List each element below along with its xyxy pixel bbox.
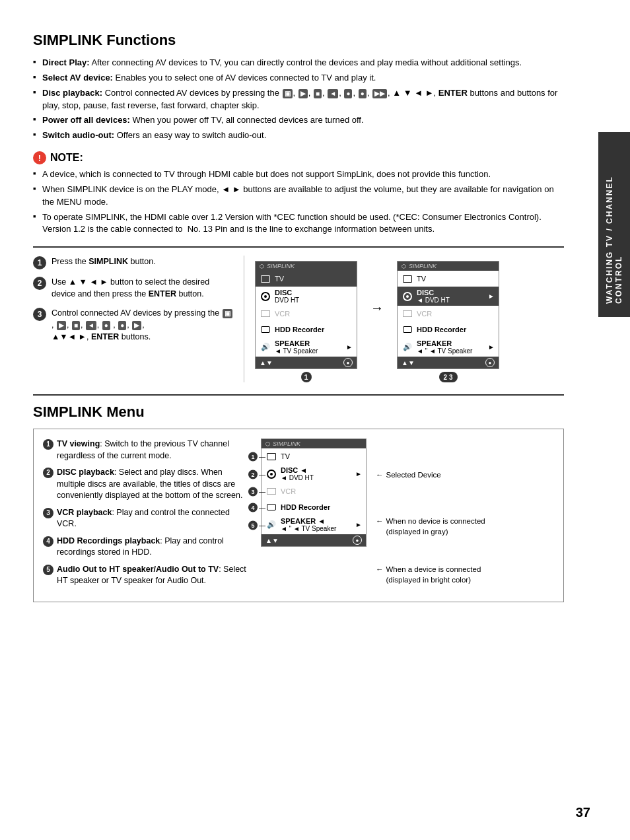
step-2: 2 Use ▲ ▼ ◄ ► button to select the desir…	[33, 276, 233, 300]
steps-section: 1 Press the SIMPLINK button. 2 Use ▲ ▼ ◄…	[33, 246, 564, 382]
btn-icon: ◄	[328, 89, 338, 99]
side-tab-text: WATCHING TV / CHANNEL CONTROL	[605, 145, 623, 304]
steps-right: ⬡ SIMPLINK TV DISCDVD HT VCR	[244, 256, 564, 382]
menu-item-text-3: VCR playback: Play and control the conne…	[57, 507, 248, 530]
menu-item-4: 4 HDD Recordings playback: Play and cont…	[43, 536, 248, 559]
simplink-menu-title: SIMPLINK Menu	[33, 403, 564, 421]
row-arrow: ►	[488, 343, 495, 351]
note-item-2: When SIMPLINK device is on the PLAY mode…	[33, 184, 564, 209]
widget2-row-tv: TV	[398, 271, 499, 287]
note-list: A device, which is connected to TV throu…	[33, 168, 564, 236]
menu-widget-row-hdd: HDD Recorder	[262, 499, 366, 515]
step-3: 3 Control connected AV devices by pressi…	[33, 307, 233, 343]
bullet-label: Select AV device: Enables you to select …	[42, 73, 376, 83]
tv-icon	[265, 450, 277, 462]
widget1-footer: ▲▼ ●	[256, 357, 357, 368]
menu-item-text-1: TV viewing: Switch to the previous TV ch…	[57, 438, 248, 462]
step-num-1: 1	[33, 256, 46, 269]
row-arrow: ►	[488, 293, 495, 300]
simplink-functions-list: Direct Play: After connecting AV devices…	[33, 57, 564, 142]
hdd-icon	[260, 324, 271, 335]
btn-inline: ▶	[132, 321, 141, 331]
speaker-icon: 🔊	[265, 519, 277, 531]
row-label-hdd: HDD Recorder	[417, 326, 495, 333]
row-label-vcr: VCR	[417, 310, 495, 318]
widget1-row-disc: DISCDVD HT	[256, 287, 357, 306]
bullet-direct-play: Direct Play: After connecting AV devices…	[33, 57, 564, 69]
disc-icon	[402, 291, 413, 302]
bullet-label: Disc playback: Control connected AV devi…	[42, 88, 557, 110]
menu-item-3: 3 VCR playback: Play and control the con…	[43, 507, 248, 530]
widget2-row-hdd: HDD Recorder	[398, 322, 499, 337]
simplink-functions-title: SIMPLINK Functions	[33, 32, 564, 49]
row-label-speaker: SPEAKER ◄◄ " ◄ TV Speaker	[281, 517, 352, 532]
menu-num-3: 3	[43, 508, 53, 518]
simplink-widget-2: ⬡ SIMPLINK TV DISC◄ DVD HT ► VCR	[397, 261, 499, 369]
simplink-menu-section: SIMPLINK Menu 1 TV viewing: Switch to th…	[33, 394, 564, 602]
row-label-hdd: HDD Recorder	[281, 503, 362, 511]
menu-widget-footer: ▲▼ ●	[262, 534, 366, 546]
widget2-row-vcr: VCR	[398, 306, 499, 322]
menu-widget-row-speaker-wrap: 5 — 🔊 SPEAKER ◄◄ " ◄ TV Speaker ►	[262, 515, 366, 534]
row-num-circle-1: 1	[248, 452, 258, 462]
step-circle-23: 2 3	[439, 372, 458, 382]
menu-item-text-4: HDD Recordings playback: Play and contro…	[57, 536, 248, 559]
row-num-2-indicator: 2 —	[248, 469, 265, 479]
step-text-3: Control connected AV devices by pressing…	[52, 307, 233, 343]
vcr-icon	[265, 485, 277, 497]
btn-icon: ■	[314, 89, 322, 99]
bullet-select-av: Select AV device: Enables you to select …	[33, 72, 564, 85]
widget1-row-speaker: 🔊 SPEAKER◄ TV Speaker ►	[256, 337, 357, 357]
menu-list-left: 1 TV viewing: Switch to the previous TV …	[43, 438, 248, 592]
row-label-disc: DISC◄ DVD HT	[417, 289, 485, 304]
menu-right: ⬡ SIMPLINK 1 — TV	[261, 438, 554, 592]
menu-widget-row-vcr: VCR	[262, 483, 366, 499]
row-label-vcr: VCR	[281, 487, 362, 495]
btn-inline: ■	[72, 321, 80, 331]
page-number: 37	[576, 805, 590, 820]
side-tab: WATCHING TV / CHANNEL CONTROL	[598, 132, 630, 317]
speaker-icon: 🔊	[402, 341, 413, 353]
widget1-row-tv: TV	[256, 271, 357, 287]
legend-text-device: When a device is connected(displayed in …	[386, 564, 481, 585]
menu-num-1: 1	[43, 439, 53, 450]
btn-inline: ▣	[223, 309, 232, 319]
legend-arrow-1: ←	[376, 470, 384, 480]
menu-item-2: 2 DISC playback: Select and play discs. …	[43, 467, 248, 502]
simplink-widget-1: ⬡ SIMPLINK TV DISCDVD HT VCR	[255, 261, 357, 369]
bullet-label: Power off all devices: When you power of…	[42, 115, 364, 125]
note-title: NOTE:	[50, 152, 83, 164]
row-num-5-indicator: 5 —	[248, 520, 265, 530]
step-text-1: Press the SIMPLINK button.	[52, 256, 156, 267]
widget2-logo: SIMPLINK	[409, 263, 437, 269]
bullet-switch-audio: Switch audio-out: Offers an easy way to …	[33, 129, 564, 142]
row-num-circle-5: 5	[248, 520, 258, 530]
hdd-icon	[265, 501, 277, 513]
btn-icon: ▶	[298, 89, 308, 99]
btn-inline: ●	[102, 321, 110, 331]
menu-widget-row-disc-wrap: 2 — DISC ◄◄ DVD HT ►	[262, 464, 366, 483]
widget1-row-hdd: HDD Recorder	[256, 322, 357, 337]
btn-icon: ▣	[283, 89, 293, 99]
row-label-tv: TV	[275, 275, 353, 283]
menu-widget-row-vcr-wrap: 3 — VCR	[262, 483, 366, 499]
menu-widget-header: ⬡ SIMPLINK	[262, 439, 366, 448]
disc-icon	[265, 468, 277, 480]
row-num-1-indicator: 1 —	[248, 452, 265, 462]
menu-widget-container: ⬡ SIMPLINK 1 — TV	[261, 438, 367, 592]
menu-widget-row-speaker: 🔊 SPEAKER ◄◄ " ◄ TV Speaker ►	[262, 515, 366, 534]
arrow-right: →	[370, 261, 384, 316]
menu-legend: ← Selected Device ← When no device is co…	[376, 438, 485, 592]
legend-arrow-3: ←	[376, 564, 384, 575]
row-label-disc: DISC ◄◄ DVD HT	[281, 466, 352, 481]
row-arrow: ►	[355, 470, 362, 477]
menu-widget-row-hdd-wrap: 4 — HDD Recorder	[262, 499, 366, 515]
widget2-footer: ▲▼ ●	[398, 357, 499, 368]
btn-icon: ▶▶	[372, 89, 387, 99]
row-num-circle-2: 2	[248, 470, 258, 479]
simplink-menu-inner: 1 TV viewing: Switch to the previous TV …	[33, 429, 564, 602]
widget2-row-disc: DISC◄ DVD HT ►	[398, 287, 499, 306]
row-num-circle-3: 3	[248, 487, 258, 497]
menu-item-5: 5 Audio Out to HT speaker/Audio Out to T…	[43, 564, 248, 587]
menu-num-4: 4	[43, 536, 53, 547]
